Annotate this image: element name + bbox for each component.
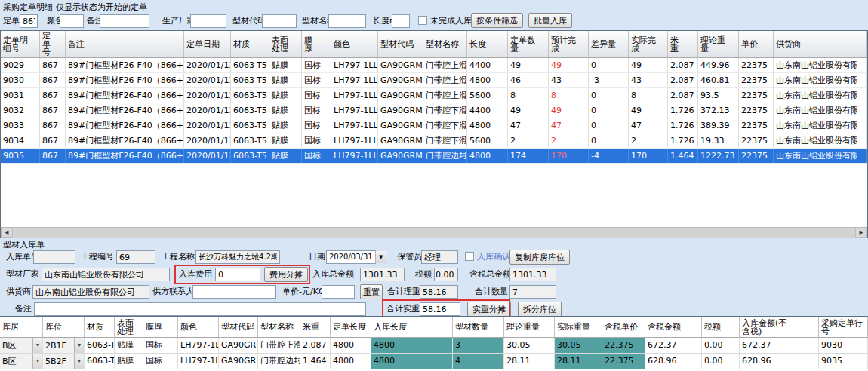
table-cell[interactable]: B区▾ <box>0 338 43 353</box>
scroll-left-button[interactable]: ◄ <box>1 228 13 238</box>
column-header[interactable]: 定单日期 <box>184 31 231 57</box>
column-header[interactable]: 定单长度 <box>331 317 371 337</box>
column-header[interactable]: 材质 <box>85 317 115 337</box>
column-header[interactable]: 入库金额(不 含税) <box>740 317 819 337</box>
filter-by-condition-button[interactable]: 按条件筛选 <box>471 13 523 28</box>
column-header[interactable]: 库房 <box>0 317 43 337</box>
color-input[interactable] <box>60 14 84 28</box>
table-cell[interactable]: B区▾ <box>0 354 43 369</box>
total-with-tax-input[interactable] <box>509 268 556 281</box>
column-header[interactable]: 含税单价 <box>602 317 645 337</box>
project-no-input[interactable] <box>116 250 155 264</box>
column-header[interactable]: 预计完 成 <box>549 31 589 57</box>
column-header[interactable]: 实际重量 <box>555 317 602 337</box>
column-header[interactable]: 米重 <box>300 317 331 337</box>
column-header[interactable]: 长度 <box>467 31 508 57</box>
table-row[interactable]: 902986789#门框型材F26-F40（866+867）2020/01/13… <box>1 58 868 73</box>
inbound-no-input[interactable] <box>33 250 75 264</box>
table-cell: 2020/01/13 <box>184 73 231 87</box>
column-header[interactable]: 膜 厚 <box>302 31 331 57</box>
unfinished-checkbox[interactable] <box>418 16 427 25</box>
tax-input[interactable] <box>434 268 458 281</box>
column-header[interactable]: 采购定单行 号 <box>819 317 868 337</box>
column-header[interactable]: 定单数 量 <box>508 31 549 57</box>
contact-input[interactable] <box>192 285 276 299</box>
column-header[interactable]: 理论重 量 <box>698 31 739 57</box>
column-header[interactable]: 材质 <box>231 31 269 57</box>
column-header[interactable]: 供货商 <box>774 31 857 57</box>
table-cell: 9030 <box>819 338 868 353</box>
order-no-input[interactable] <box>20 14 38 28</box>
column-header[interactable]: 米 重 <box>668 31 698 57</box>
split-location-button[interactable]: 拆分库位 <box>518 302 562 317</box>
table-cell: 4400 <box>467 58 508 72</box>
project-name-input[interactable] <box>195 250 280 264</box>
column-header[interactable]: 型材代码 <box>378 31 423 57</box>
column-header[interactable]: 型材代码 <box>219 317 258 337</box>
keeper-input[interactable] <box>421 250 458 264</box>
column-header[interactable]: 型材名称 <box>258 317 300 337</box>
profile-code-input[interactable] <box>262 14 297 28</box>
length-input[interactable] <box>392 14 410 28</box>
actual-weight-allocate-button[interactable]: 实重分摊 <box>467 302 511 317</box>
batch-inbound-button[interactable]: 批量入库 <box>528 13 572 28</box>
reset-button[interactable]: 重置 <box>360 284 383 299</box>
table-row[interactable]: 903486789#门框型材F26-F40（866+867）2020/01/13… <box>1 133 868 149</box>
column-header[interactable]: 膜厚 <box>143 317 178 337</box>
table-row[interactable]: B区▾2B1F▾6063-T5贴膜国标LH797-1LL0GA90GRM03门带… <box>0 338 868 354</box>
supplier-input[interactable] <box>32 285 149 299</box>
column-header[interactable] <box>857 31 867 57</box>
cost-allocate-button[interactable]: 费用分摊 <box>264 267 308 282</box>
scroll-right-button[interactable]: ► <box>855 228 867 238</box>
total-qty-input[interactable] <box>509 285 556 299</box>
table-row[interactable]: 903186789#门框型材F26-F40（866+867）2020/01/13… <box>1 88 868 103</box>
column-header[interactable]: 表面 处理 <box>115 317 143 337</box>
inbound-confirm-checkbox[interactable] <box>465 252 474 261</box>
manufacturer-input[interactable] <box>190 14 226 28</box>
table-cell: 19.33 <box>698 133 739 148</box>
remark-input[interactable] <box>100 14 149 28</box>
column-header[interactable]: 入库长度 <box>371 317 453 337</box>
dropdown-arrow-icon[interactable]: ▾ <box>74 338 84 353</box>
total-theoretical-input[interactable] <box>420 285 458 299</box>
table-row[interactable]: 903386789#门框型材F26-F40（866+867）2020/01/13… <box>1 118 868 133</box>
column-header[interactable]: 型材名称 <box>423 31 467 57</box>
table-cell[interactable]: 2B1F▾ <box>43 338 85 353</box>
column-header[interactable]: 差异量 <box>589 31 629 57</box>
table-cell[interactable]: 5B2F▾ <box>43 354 85 369</box>
dropdown-arrow-icon[interactable]: ▾ <box>74 354 84 369</box>
unit-price-input[interactable] <box>322 285 355 299</box>
column-header[interactable]: 颜色 <box>178 317 219 337</box>
dropdown-arrow-icon[interactable]: ▾ <box>32 338 42 353</box>
column-header[interactable]: 定 单 号 <box>40 31 66 57</box>
total-amount-input[interactable] <box>360 268 405 281</box>
column-header[interactable]: 定单明 细号 <box>1 31 40 57</box>
note-input[interactable] <box>34 302 366 316</box>
calendar-dropdown-icon[interactable]: ▼ <box>375 251 386 263</box>
column-header[interactable]: 实际完 成 <box>629 31 668 57</box>
column-header[interactable]: 理论重量 <box>504 317 555 337</box>
table-cell: 628.96 <box>645 354 702 369</box>
column-header[interactable]: 含税金额 <box>645 317 702 337</box>
table-row[interactable]: 903286789#门框型材F26-F40（866+867）2020/01/13… <box>1 103 868 118</box>
column-header[interactable]: 颜色 <box>331 31 378 57</box>
total-actual-input[interactable] <box>420 302 460 316</box>
h-scrollbar[interactable]: ◄ ► <box>1 227 867 238</box>
factory-input[interactable] <box>42 268 170 281</box>
column-header[interactable]: 库位 <box>43 317 85 337</box>
dropdown-arrow-icon[interactable]: ▾ <box>32 354 42 369</box>
scroll-track[interactable] <box>13 228 855 238</box>
inbound-fee-input[interactable] <box>215 268 260 281</box>
profile-name-input[interactable] <box>328 14 366 28</box>
date-picker[interactable]: 2020/03/31 ▼ <box>326 250 376 264</box>
table-cell: LH797-1LL0 <box>331 88 378 103</box>
copy-warehouse-button[interactable]: 复制库房库位 <box>509 250 570 265</box>
column-header[interactable]: 税额 <box>702 317 740 337</box>
column-header[interactable]: 单价 <box>739 31 774 57</box>
table-row[interactable]: 903086789#门框型材F26-F40（866+867）2020/01/13… <box>1 73 868 88</box>
column-header[interactable]: 备注 <box>66 31 184 57</box>
column-header[interactable]: 表面 处理 <box>269 31 302 57</box>
column-header[interactable]: 型材数量 <box>453 317 504 337</box>
table-row[interactable]: B区▾5B2F▾6063-T5贴膜国标LH797-1LL0GA90GRM05门带… <box>0 354 868 369</box>
table-row[interactable]: 903586789#门框型材F26-F40（866+867）2020/01/13… <box>1 149 868 164</box>
